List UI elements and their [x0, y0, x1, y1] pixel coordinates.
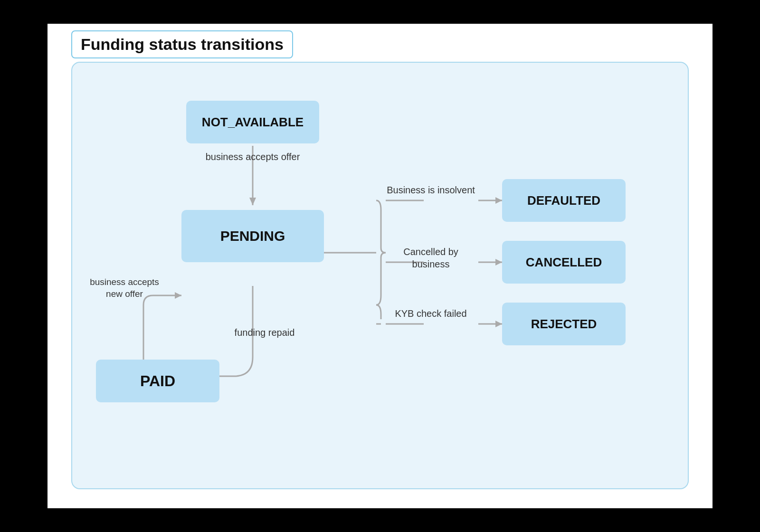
defaulted-box: DEFAULTED	[502, 179, 626, 222]
paid-box: PAID	[96, 360, 219, 402]
label-kyb-check-failed: KYB check failed	[386, 307, 476, 320]
cancelled-box: CANCELLED	[502, 241, 626, 284]
diagram-area: NOT_AVAILABLE business accepts offer PEN…	[71, 62, 689, 489]
rejected-box: REJECTED	[502, 303, 626, 345]
outer-container: Funding status transitions	[48, 24, 712, 508]
label-cancelled-by-business: Cancelled by business	[386, 246, 476, 270]
not-available-box: NOT_AVAILABLE	[186, 101, 319, 143]
title-box: Funding status transitions	[71, 30, 293, 58]
svg-marker-14	[175, 292, 181, 299]
svg-marker-9	[495, 259, 502, 266]
svg-marker-6	[495, 197, 502, 204]
label-business-accepts-offer: business accepts offer	[193, 151, 312, 163]
page-title: Funding status transitions	[81, 35, 284, 53]
label-business-accepts-new-offer: business accepts new offer	[82, 276, 167, 300]
svg-marker-1	[249, 198, 256, 205]
pending-box: PENDING	[181, 210, 324, 262]
label-funding-repaid: funding repaid	[219, 326, 310, 339]
svg-marker-12	[495, 321, 502, 327]
label-business-insolvent: Business is insolvent	[386, 184, 476, 196]
